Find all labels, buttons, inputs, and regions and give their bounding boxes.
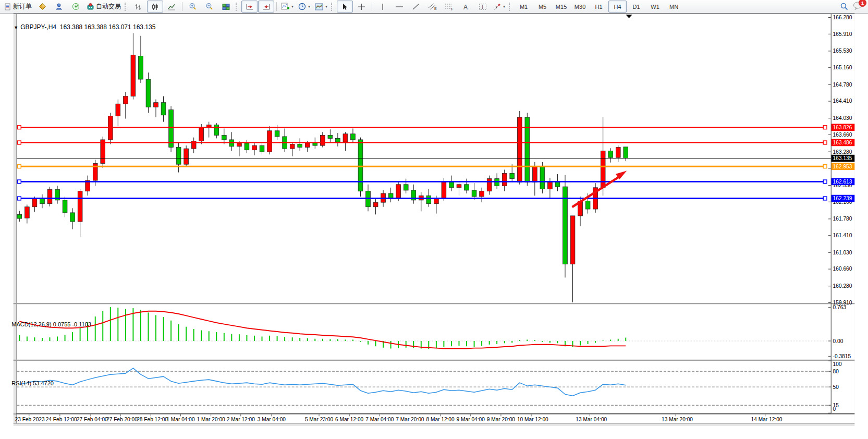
line-handle-right[interactable] [823,141,827,144]
text-label-icon: T [479,3,487,10]
trendline-button[interactable] [408,1,424,13]
timeframe-m15-button[interactable]: M15 [552,1,570,13]
candle [199,128,204,141]
candle [320,135,325,145]
chart-type-bars-button[interactable] [130,1,146,13]
line-handle-left[interactable] [17,141,21,144]
rsi-tick-label: 50 [833,384,839,390]
auto-scroll-button[interactable] [241,1,258,13]
candle [101,140,105,164]
main-toolbar: 新订单 自动交易 ▾ ▾ [0,0,868,14]
candle [78,191,82,222]
tile-windows-button[interactable] [218,1,234,13]
chart-title: ▼GBPJPY-,H4 163.388 163.388 163.071 163.… [7,16,155,38]
candle [624,147,628,158]
vertical-line-button[interactable] [374,1,390,13]
time-tick-label: 6 Mar 12:00 [335,417,364,422]
search-button[interactable] [836,1,852,13]
line-handle-left[interactable] [17,126,21,129]
timeframe-m5-button[interactable]: M5 [533,1,552,13]
price-tick-label: 164.030 [833,115,852,121]
candle [267,131,272,152]
timeframe-d1-button[interactable]: D1 [627,1,645,13]
new-order-button[interactable]: 新订单 [2,1,34,13]
indicators-button[interactable]: ▾ [279,1,296,13]
time-tick-label: 10 Mar 12:00 [517,417,548,422]
candle [275,131,279,137]
line-handle-right[interactable] [823,197,827,200]
candle [480,191,484,197]
line-handle-left[interactable] [17,165,21,168]
candle [313,143,317,145]
candle [336,138,340,142]
candle [146,79,151,107]
timeframe-m30-button[interactable]: M30 [571,1,589,13]
line-handle-right[interactable] [823,165,827,168]
candle [222,135,226,140]
candle [540,166,545,189]
text-label-button[interactable]: T [474,1,491,13]
candle [131,55,136,96]
svg-text:A: A [463,3,468,10]
line-handle-right[interactable] [823,180,827,184]
chevron-down-icon: ▾ [503,5,505,9]
equidistant-channel-button[interactable]: E [424,1,441,13]
zoom-out-button[interactable] [201,1,217,13]
time-tick-label: 9 Mar 04:00 [457,417,485,422]
arrows-button[interactable]: ▾ [491,1,507,13]
candle [502,173,507,186]
auto-trading-button[interactable]: 自动交易 [84,1,123,13]
line-chart-icon [168,3,176,10]
zoom-in-icon [189,3,197,10]
price-tick-label: 160.280 [833,283,852,289]
market-button[interactable] [34,1,51,13]
zoom-in-button[interactable] [185,1,201,13]
price-tag-label: 163.826 [833,125,852,130]
price-tag: 163.486 [832,139,855,147]
candle [214,125,219,136]
candle [358,140,363,191]
auto-scroll-icon [246,3,254,10]
rsi-tick-label: 0 [833,406,836,412]
time-tick-label: 5 Mar 23:00 [305,417,334,422]
candle [404,185,408,190]
candle [442,182,446,198]
timeframe-w1-button[interactable]: W1 [646,1,664,13]
notification-badge: 1 [859,0,866,7]
candle [244,143,249,150]
tile-windows-icon [222,3,230,10]
chart-type-line-button[interactable] [164,1,180,13]
text-button[interactable]: A [458,1,474,13]
periods-button[interactable]: ▾ [296,1,312,13]
symbol-collapse-icon[interactable]: ▼ [14,25,18,30]
contacts-button[interactable] [51,1,67,13]
signals-button[interactable] [68,1,84,13]
chat-button[interactable]: 1 [853,1,863,12]
fibonacci-button[interactable]: F [441,1,457,13]
crosshair-button[interactable] [353,1,370,13]
price-tick-label: 165.530 [833,48,852,54]
price-tag-label: 162.239 [833,196,852,201]
timeframe-h4-button[interactable]: H4 [608,1,627,13]
line-handle-right[interactable] [823,126,827,129]
chart-shift-button[interactable] [258,1,274,13]
chart-area[interactable]: 166.280165.910165.530165.160164.780164.4… [0,14,868,439]
line-handle-left[interactable] [17,180,21,184]
svg-text:F: F [451,7,454,11]
time-tick-label: 1 Mar 20:00 [197,417,225,422]
ohlc-bars-icon [135,3,142,10]
horizontal-line-button[interactable] [391,1,407,13]
timeframe-mn-button[interactable]: MN [665,1,683,13]
rsi-tick-label: 80 [833,369,839,374]
templates-button[interactable]: ▾ [313,1,329,13]
cursor-button[interactable] [337,1,353,13]
candle [555,182,560,187]
rsi-tick-label: 100 [833,361,842,367]
line-handle-left[interactable] [17,197,21,200]
chart-canvas[interactable]: 166.280165.910165.530165.160164.780164.4… [0,14,868,439]
timeframe-h1-button[interactable]: H1 [590,1,608,13]
timeframe-m1-button[interactable]: M1 [515,1,533,13]
candle [184,149,189,164]
toolbar-grip [331,3,334,11]
chart-type-candles-button[interactable] [147,1,163,13]
